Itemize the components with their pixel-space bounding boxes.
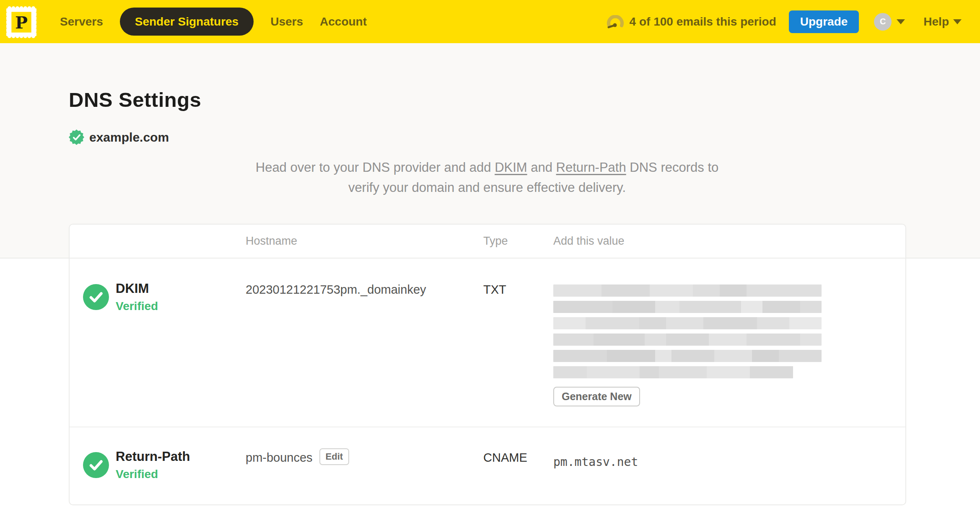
status-badge: Verified — [116, 468, 190, 481]
column-header-hostname: Hostname — [246, 235, 483, 248]
redacted-strip — [553, 334, 822, 346]
record-hostname: 20230121221753pm._domainkey — [246, 283, 426, 297]
check-circle-icon — [83, 452, 109, 478]
redacted-strip — [553, 284, 822, 297]
help-menu[interactable]: Help — [923, 15, 962, 28]
record-type: CNAME — [483, 449, 553, 481]
help-label: Help — [923, 15, 949, 28]
gauge-icon — [606, 15, 625, 28]
verified-seal-icon — [69, 129, 84, 145]
postmark-logo[interactable]: P — [6, 5, 36, 39]
record-name: Return-Path — [116, 449, 190, 464]
description-text: and — [527, 160, 556, 175]
usage-meter: 4 of 100 emails this period — [606, 15, 776, 28]
upgrade-button[interactable]: Upgrade — [789, 10, 859, 33]
redacted-strip — [553, 366, 793, 378]
record-type: TXT — [483, 281, 553, 406]
page-description: Head over to your DNS provider and add D… — [69, 158, 905, 198]
domain-name: example.com — [89, 130, 169, 145]
caret-down-icon — [953, 19, 962, 24]
nav-item-servers[interactable]: Servers — [60, 15, 103, 28]
redacted-dkim-value — [553, 284, 905, 378]
stamp-icon: P — [6, 5, 36, 39]
check-circle-icon — [83, 284, 109, 310]
column-header-type: Type — [483, 235, 553, 248]
record-hostname: pm-bounces — [246, 451, 313, 465]
generate-new-button[interactable]: Generate New — [553, 387, 640, 406]
dkim-link[interactable]: DKIM — [495, 160, 527, 175]
description-text: DNS records to — [626, 160, 719, 175]
caret-down-icon — [897, 19, 905, 24]
redacted-strip — [553, 301, 822, 313]
column-header-value: Add this value — [553, 235, 905, 248]
record-name: DKIM — [116, 281, 158, 296]
nav-item-sender-signatures[interactable]: Sender Signatures — [120, 8, 254, 36]
account-menu[interactable]: C — [874, 13, 905, 31]
edit-button[interactable]: Edit — [319, 448, 350, 465]
domain-row: example.com — [69, 129, 980, 145]
usage-text: 4 of 100 emails this period — [630, 15, 776, 28]
nav-item-users[interactable]: Users — [270, 15, 303, 28]
logo-letter: P — [15, 13, 28, 32]
redacted-strip — [553, 317, 822, 329]
description-text: verify your domain and ensure effective … — [348, 180, 626, 195]
nav-item-account[interactable]: Account — [320, 15, 367, 28]
table-row-return-path: Return-Path Verified pm-bounces Edit CNA… — [70, 427, 905, 504]
nav-links: Servers Sender Signatures Users Account — [60, 8, 367, 36]
page-title: DNS Settings — [69, 43, 980, 113]
return-path-link[interactable]: Return-Path — [556, 160, 626, 175]
status-badge: Verified — [116, 300, 158, 313]
redacted-strip — [553, 350, 822, 362]
dns-records-card: Hostname Type Add this value DKIM Verifi… — [69, 224, 906, 505]
record-value: pm.mtasv.net — [553, 453, 905, 469]
table-row-dkim: DKIM Verified 20230121221753pm._domainke… — [70, 259, 905, 427]
table-header-row: Hostname Type Add this value — [70, 225, 905, 259]
nav-right-cluster: 4 of 100 emails this period Upgrade C He… — [606, 10, 962, 33]
avatar[interactable]: C — [874, 13, 892, 31]
top-navbar: P Servers Sender Signatures Users Accoun… — [0, 0, 980, 43]
main-content: DNS Settings example.com Head over to yo… — [0, 43, 980, 512]
description-text: Head over to your DNS provider and add — [256, 160, 495, 175]
